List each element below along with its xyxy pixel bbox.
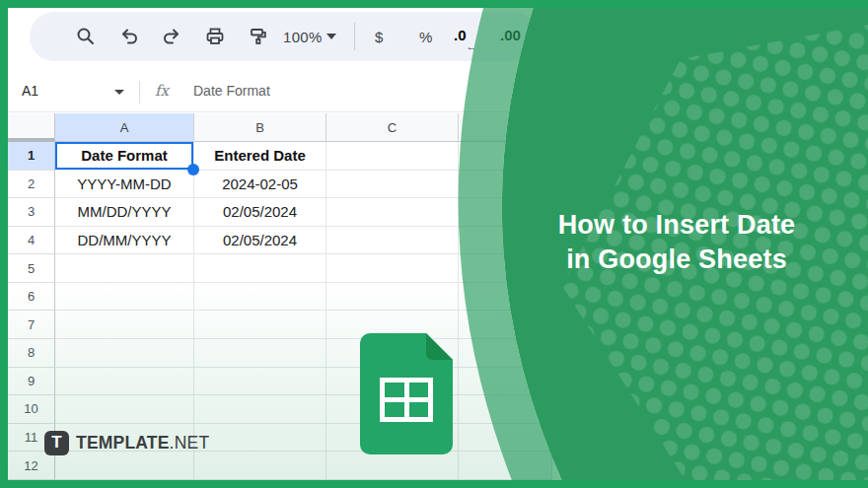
column-header-B[interactable]: B: [194, 113, 326, 142]
cell-C1[interactable]: [326, 142, 459, 171]
cell-D2[interactable]: [459, 171, 552, 199]
search-icon[interactable]: [75, 26, 97, 47]
cell-B11[interactable]: [194, 424, 326, 453]
row-header-12[interactable]: 12: [8, 452, 55, 480]
cell-A4[interactable]: DD/MM/YYYY: [55, 227, 194, 255]
cell-C5[interactable]: [326, 254, 459, 283]
formula-bar: A1 fx Date Format: [8, 73, 868, 112]
cell-A8[interactable]: [55, 339, 194, 368]
templatenet-logo-icon: T: [44, 431, 69, 455]
cell-C6[interactable]: [326, 283, 459, 312]
screenshot-root: 100% $ % .0← .00→ A1 fx Date Format ABC1…: [0, 0, 868, 488]
sheets-icon-table-cell: [409, 383, 429, 397]
row-header-2[interactable]: 2: [8, 171, 55, 199]
cell-B7[interactable]: [194, 311, 326, 339]
zoom-caret-icon[interactable]: [326, 34, 336, 39]
cell-C12[interactable]: [326, 452, 459, 480]
increase-decimal-arrow-icon: →: [521, 39, 532, 51]
toolbar: 100% $ % .0← .00→: [30, 12, 539, 61]
cell-A2[interactable]: YYYY-MM-DD: [55, 171, 194, 199]
redo-icon[interactable]: [161, 26, 182, 47]
fx-icon: fx: [155, 82, 169, 100]
cell-B2[interactable]: 2024-02-05: [194, 171, 326, 199]
cell-A12[interactable]: [55, 452, 194, 480]
fill-handle[interactable]: [187, 164, 199, 175]
formula-input[interactable]: Date Format: [193, 83, 270, 99]
percent-format-button[interactable]: %: [419, 29, 432, 45]
row-header-5[interactable]: 5: [8, 254, 55, 283]
page-title: How to Insert Date in Google Sheets: [493, 208, 860, 277]
cell-B5[interactable]: [194, 254, 326, 283]
sheets-icon-fold: [426, 333, 453, 360]
cell-D10[interactable]: [459, 395, 552, 424]
cell-B4[interactable]: 02/05/2024: [194, 227, 326, 255]
cell-D1[interactable]: [459, 142, 552, 171]
cell-D12[interactable]: [459, 452, 552, 480]
row-header-1[interactable]: 1: [8, 142, 55, 171]
sheets-icon-table-cell: [385, 402, 404, 417]
cell-D7[interactable]: [459, 311, 552, 339]
select-all-corner[interactable]: [8, 113, 55, 142]
cell-A1[interactable]: Date Format: [55, 142, 194, 171]
templatenet-logo: T TEMPLATE.NET: [44, 430, 209, 455]
cell-A9[interactable]: [55, 368, 194, 396]
cell-C3[interactable]: [326, 198, 459, 227]
cell-A3[interactable]: MM/DD/YYYY: [55, 198, 194, 227]
increase-decimal-label: .00: [500, 26, 521, 42]
frame-border-bottom: [0, 480, 868, 488]
cell-D8[interactable]: [459, 339, 552, 368]
currency-format-button[interactable]: $: [375, 29, 383, 45]
cell-D6[interactable]: [459, 283, 552, 312]
sheets-icon-table-cell: [409, 402, 429, 417]
sheets-icon-table: [380, 378, 433, 422]
row-header-3[interactable]: 3: [8, 198, 55, 227]
formula-bar-divider: [139, 81, 140, 104]
cell-B8[interactable]: [194, 339, 326, 368]
undo-icon[interactable]: [118, 26, 140, 47]
google-sheets-icon: [360, 333, 453, 454]
print-icon[interactable]: [204, 26, 226, 47]
logo-name: TEMPLATE: [76, 433, 170, 453]
cell-A5[interactable]: [55, 254, 194, 283]
templatenet-logo-text: TEMPLATE.NET: [76, 433, 209, 453]
cell-D11[interactable]: [459, 424, 552, 453]
name-box-caret-icon[interactable]: [114, 90, 124, 95]
zoom-level[interactable]: 100%: [283, 29, 323, 45]
spreadsheet-grid: ABC1Date FormatEntered Date2YYYY-MM-DD20…: [8, 113, 552, 480]
cell-C4[interactable]: [326, 227, 459, 255]
row-header-7[interactable]: 7: [8, 311, 55, 339]
cell-B9[interactable]: [194, 368, 326, 396]
column-header-C[interactable]: C: [326, 113, 459, 142]
name-box[interactable]: A1: [22, 83, 38, 99]
cell-A7[interactable]: [55, 311, 194, 339]
row-header-4[interactable]: 4: [8, 227, 55, 255]
row-header-9[interactable]: 9: [8, 368, 55, 396]
decrease-decimal-arrow-icon: ←: [467, 39, 477, 51]
row-header-10[interactable]: 10: [8, 395, 55, 424]
cell-C2[interactable]: [326, 171, 459, 199]
cell-B10[interactable]: [194, 395, 326, 424]
toolbar-divider: [354, 23, 355, 50]
sheets-icon-table-cell: [385, 383, 404, 397]
row-header-6[interactable]: 6: [8, 283, 55, 312]
logo-tld: .NET: [170, 433, 210, 453]
paint-format-icon[interactable]: [248, 26, 269, 47]
title-line-2: in Google Sheets: [493, 243, 860, 277]
column-header-D[interactable]: [459, 113, 552, 142]
cell-A10[interactable]: [55, 395, 194, 424]
cell-B3[interactable]: 02/05/2024: [194, 198, 326, 227]
title-line-1: How to Insert Date: [493, 208, 860, 243]
frame-border-left: [0, 0, 8, 488]
cell-B6[interactable]: [194, 283, 326, 312]
decrease-decimal-label: .0: [454, 26, 467, 42]
cell-A6[interactable]: [55, 283, 194, 312]
frame-border-top: [0, 0, 868, 8]
increase-decimal-button[interactable]: .00→: [500, 26, 521, 42]
column-header-A[interactable]: A: [55, 113, 194, 142]
cell-B12[interactable]: [194, 452, 326, 480]
decrease-decimal-button[interactable]: .0←: [454, 26, 467, 42]
row-header-8[interactable]: 8: [8, 339, 55, 368]
cell-B1[interactable]: Entered Date: [194, 142, 326, 171]
cell-D9[interactable]: [459, 368, 552, 396]
